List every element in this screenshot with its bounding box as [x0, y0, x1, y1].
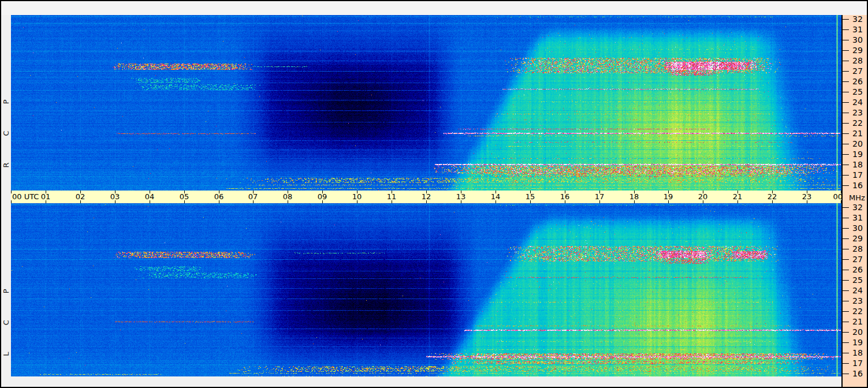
freq-tick [843, 102, 849, 103]
hour-label: 04 [145, 191, 155, 203]
freq-label: 17 [852, 171, 863, 179]
hour-label: 00 UTC [12, 191, 39, 203]
hour-label: 10 [352, 191, 362, 203]
freq-tick [843, 259, 849, 260]
freq-tick [843, 165, 849, 165]
hour-label: 09 [318, 191, 327, 203]
freq-tick [843, 374, 849, 374]
hour-label: 02 [76, 191, 85, 203]
freq-tick [843, 363, 849, 364]
freq-label: 28 [852, 245, 863, 253]
freq-label: 31 [852, 25, 863, 33]
freq-label: 27 [852, 67, 863, 75]
hour-label: 14 [491, 191, 501, 203]
rcp-spectrogram [11, 15, 841, 191]
freq-tick [843, 81, 849, 82]
freq-tick [843, 290, 849, 291]
freq-label: 28 [852, 57, 863, 65]
hour-label: 13 [456, 191, 466, 203]
freq-label: 18 [852, 349, 863, 357]
app-window: AJ4CO Observatory 05 Dec 2015 - DPS on T… [0, 0, 868, 388]
freq-tick [843, 144, 849, 144]
freq-label: 16 [852, 370, 863, 378]
freq-label: 26 [852, 266, 863, 274]
freq-tick [843, 154, 849, 155]
freq-tick [843, 353, 849, 353]
hour-label: 12 [422, 191, 431, 203]
freq-label: 20 [852, 140, 863, 148]
freq-label: 29 [852, 46, 863, 54]
freq-label: 19 [852, 150, 863, 158]
hour-label: 06 [214, 191, 224, 203]
freq-label: 23 [852, 297, 863, 305]
freq-label: 22 [852, 119, 863, 127]
hour-label: 05 [180, 191, 189, 203]
freq-label: 24 [852, 98, 863, 106]
freq-tick [843, 228, 849, 229]
freq-tick [843, 40, 849, 40]
freq-tick [843, 249, 849, 249]
freq-label: 20 [852, 328, 863, 336]
freq-label: 19 [852, 338, 863, 346]
freq-label: 31 [852, 214, 863, 222]
freq-label: 21 [852, 129, 863, 137]
hour-label: 08 [283, 191, 293, 203]
freq-tick [843, 19, 849, 20]
frequency-axis: MHz 323130292827262524232221201918171632… [841, 15, 867, 387]
hour-label: 19 [664, 191, 673, 203]
freq-label: 26 [852, 77, 863, 85]
freq-tick [843, 218, 849, 218]
freq-tick [843, 238, 849, 239]
freq-label: 17 [852, 359, 863, 367]
freq-tick [843, 123, 849, 124]
hour-label: 20 [698, 191, 708, 203]
freq-label: 23 [852, 109, 863, 117]
hour-label: 01 [41, 191, 51, 203]
frequency-unit-label: MHz [849, 193, 865, 202]
freq-label: 32 [852, 203, 863, 211]
freq-tick [843, 270, 849, 270]
freq-tick [843, 311, 849, 312]
hour-label: 17 [595, 191, 605, 203]
hour-label: 15 [526, 191, 535, 203]
freq-tick [843, 71, 849, 72]
freq-tick [843, 207, 849, 208]
freq-tick [843, 92, 849, 92]
hour-label: 11 [387, 191, 397, 203]
lcp-spectrogram [11, 203, 841, 376]
freq-tick [843, 185, 849, 186]
freq-tick [843, 61, 849, 61]
freq-label: 21 [852, 318, 863, 326]
rcp-axis-label: R C P [2, 87, 10, 167]
hour-label: 23 [802, 191, 812, 203]
hour-label: 21 [733, 191, 743, 203]
freq-tick [843, 50, 849, 51]
freq-label: 24 [852, 286, 863, 294]
freq-tick [843, 175, 849, 176]
hour-tick [11, 191, 12, 193]
time-axis: 00 UTC0102030405060708091011121314151617… [11, 191, 841, 203]
freq-label: 25 [852, 88, 863, 96]
freq-label: 32 [852, 15, 863, 23]
freq-label: 16 [852, 181, 863, 189]
freq-label: 29 [852, 234, 863, 242]
freq-label: 25 [852, 276, 863, 284]
title-bar: AJ4CO Observatory 05 Dec 2015 - DPS on T… [1, 1, 867, 15]
freq-tick [843, 342, 849, 343]
freq-tick [843, 113, 849, 113]
hour-label: 16 [560, 191, 570, 203]
freq-tick [843, 301, 849, 301]
freq-tick [843, 280, 849, 281]
hour-label: 03 [110, 191, 120, 203]
freq-label: 18 [852, 161, 863, 169]
freq-label: 27 [852, 255, 863, 263]
freq-tick [843, 133, 849, 134]
hour-label: 07 [248, 191, 258, 203]
hour-label: 22 [768, 191, 777, 203]
hour-tick [11, 200, 12, 203]
freq-label: 30 [852, 36, 863, 44]
hour-label: 18 [629, 191, 639, 203]
freq-tick [843, 29, 849, 30]
freq-tick [843, 322, 849, 322]
freq-label: 30 [852, 224, 863, 232]
